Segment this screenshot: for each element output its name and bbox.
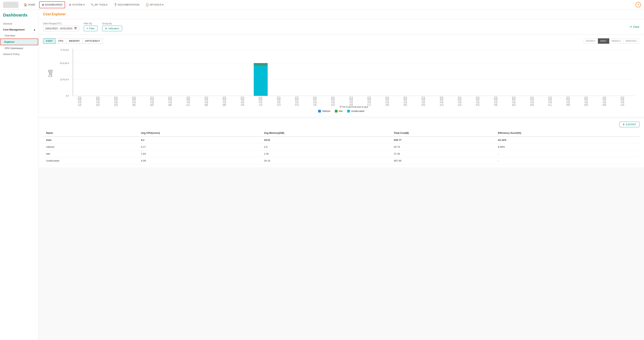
legend-idle: Idle: [335, 110, 343, 113]
filter-by-group: Filter By ≡ Filter: [84, 22, 98, 31]
chart-tab-group: COST CPU MEMORY EFFICIENCY: [43, 38, 103, 44]
download-icon: ⬇: [623, 123, 625, 126]
sidebar-cost-management-header[interactable]: Cost Management ▴: [0, 27, 38, 33]
refresh-icon: ↺: [630, 25, 632, 28]
table-row: Utilized0.172.920.758.98%: [43, 144, 640, 151]
page-title: Cost Explorer: [43, 12, 640, 16]
chevron-down-icon: ▾: [83, 3, 85, 6]
svg-text:11-10-2023: 11-10-2023: [258, 97, 263, 106]
date-range-label: Date Range(UTC): [43, 22, 79, 25]
svg-text:18-10-2023: 18-10-2023: [385, 97, 390, 106]
col-cpu: Avg CPU(cores): [138, 130, 261, 137]
group-by-label: Group By: [102, 22, 122, 25]
cost-chart: 0 250 500 750 Cost($): [43, 47, 640, 108]
gear-icon: ⚙: [69, 3, 72, 6]
table-body: total6.139.51535.7743.14%Utilized0.172.9…: [43, 137, 640, 164]
svg-text:03-10-2023: 03-10-2023: [114, 97, 118, 106]
date-range-value: 10/01/2023 - 10/31/2023: [45, 27, 72, 30]
bar-idle: [254, 64, 268, 66]
chart-tabs-row: COST CPU MEMORY EFFICIENCY HOURLY DAILY …: [43, 38, 640, 44]
sidebar-item-network-policy[interactable]: Network Policy: [0, 51, 38, 57]
group-by-button[interactable]: ⊕ Utilization: [102, 26, 122, 31]
col-efficiency: Efficiency Score(%): [495, 130, 640, 137]
export-row: ⬇ EXPORT: [43, 122, 640, 127]
nav-home[interactable]: 🏠 HOME: [22, 2, 38, 8]
filter-by-label: Filter By: [84, 22, 98, 25]
sidebar-item-overview[interactable]: Overview: [0, 33, 38, 38]
nav-dashboards[interactable]: ⊞ DASHBOARDS: [39, 1, 65, 8]
tab-cost[interactable]: COST: [43, 38, 56, 44]
date-range-input[interactable]: 10/01/2023 - 10/31/2023 📅: [43, 26, 79, 31]
idle-color: [335, 110, 338, 113]
cost-table: Name Avg CPU(cores) Avg Memory(GB) Total…: [43, 130, 640, 164]
home-icon: 🏠: [24, 3, 27, 6]
nav-apidocs[interactable]: 📋 API DOCS ▾: [143, 2, 166, 8]
tab-efficiency[interactable]: EFFICIENCY: [83, 38, 103, 44]
svg-text:06-10-2023: 06-10-2023: [168, 97, 172, 106]
help-button[interactable]: ?: [636, 2, 641, 7]
svg-text:28-10-2023: 28-10-2023: [566, 97, 571, 106]
filter-icon: ≡: [86, 27, 88, 30]
svg-text:15-10-2023: 15-10-2023: [330, 97, 336, 106]
sidebar-item-explorer[interactable]: Explorer: [0, 38, 38, 45]
tab-hourly[interactable]: HOURLY: [584, 38, 598, 44]
tab-monthly[interactable]: MONTHLY: [624, 38, 640, 44]
svg-text:24-10-2023: 24-10-2023: [493, 97, 498, 106]
svg-text:10-10-2023: 10-10-2023: [240, 97, 245, 106]
calendar-icon: 📅: [74, 27, 77, 30]
unallocated-color: [347, 110, 350, 113]
svg-text:31-10-2023: 31-10-2023: [620, 97, 625, 106]
sidebar: Dashboards General Cost Management ▴ Ove…: [0, 9, 38, 340]
filters-bar: Date Range(UTC) 10/01/2023 - 10/31/2023 …: [38, 19, 644, 34]
chart-container: 0 250 500 750 Cost($): [43, 47, 640, 108]
legend-unallocated-label: Unallocated: [351, 110, 364, 113]
tab-daily[interactable]: DAILY: [598, 38, 609, 44]
nav-mytools[interactable]: 🔧 MY TOOLS: [88, 2, 110, 8]
col-name: Name: [43, 130, 138, 137]
sidebar-item-opa-gatekeeper[interactable]: OPA Gatekeeper: [0, 45, 38, 51]
svg-text:Timestamp: Timestamp: [339, 105, 368, 108]
legend-utilized: Utilized: [318, 110, 330, 113]
tab-weekly[interactable]: WEEKLY: [609, 38, 624, 44]
top-nav: 🏠 HOME ⊞ DASHBOARDS ⚙ SYSTEM ▾ 🔧 MY TOOL…: [0, 0, 644, 9]
group-by-group: Group By ⊕ Utilization: [102, 22, 122, 31]
nav-system[interactable]: ⚙ SYSTEM ▾: [67, 2, 87, 8]
legend-unallocated: Unallocated: [347, 110, 364, 113]
svg-text:19-10-2023: 19-10-2023: [403, 97, 408, 106]
svg-text:12-10-2023: 12-10-2023: [276, 97, 281, 106]
table-header: Name Avg CPU(cores) Avg Memory(GB) Total…: [43, 130, 640, 137]
clear-button[interactable]: ↺ Clear: [630, 25, 640, 28]
utilized-color: [318, 110, 321, 113]
svg-text:14-10-2023: 14-10-2023: [312, 97, 318, 106]
filter-button[interactable]: ≡ Filter: [84, 26, 98, 31]
nav-documentation[interactable]: ❓ DOCUMENTATION: [111, 2, 142, 8]
svg-text:29-10-2023: 29-10-2023: [584, 97, 589, 106]
logo: [3, 2, 18, 8]
page-header: Cost Explorer: [38, 9, 644, 19]
date-range-group: Date Range(UTC) 10/01/2023 - 10/31/2023 …: [43, 22, 79, 31]
group-icon: ⊕: [105, 27, 107, 30]
tab-cpu[interactable]: CPU: [56, 38, 66, 44]
svg-text:30-10-2023: 30-10-2023: [602, 97, 607, 106]
col-memory: Avg Memory(GB): [261, 130, 391, 137]
svg-text:250: 250: [60, 78, 69, 81]
bar-unallocated: [254, 66, 268, 96]
svg-text:25-10-2023: 25-10-2023: [512, 97, 516, 106]
table-section: ⬇ EXPORT Name Avg CPU(cores) Avg Memory(…: [38, 119, 644, 167]
svg-text:08-10-2023: 08-10-2023: [204, 97, 209, 106]
chevron-down-icon: ▾: [162, 3, 164, 6]
tab-memory[interactable]: MEMORY: [66, 38, 83, 44]
dashboards-icon: ⊞: [42, 3, 44, 6]
svg-text:20-10-2023: 20-10-2023: [421, 97, 426, 106]
svg-text:17-10-2023: 17-10-2023: [367, 97, 372, 106]
table-row: total6.139.51535.7743.14%: [43, 137, 640, 144]
svg-text:16-10-2023: 16-10-2023: [349, 97, 354, 106]
svg-text:01-10-2023: 01-10-2023: [77, 97, 82, 106]
svg-text:26-10-2023: 26-10-2023: [530, 97, 534, 106]
svg-text:04-10-2023: 04-10-2023: [132, 97, 136, 106]
sidebar-item-general[interactable]: General: [0, 21, 38, 27]
svg-text:13-10-2023: 13-10-2023: [294, 97, 299, 106]
export-button[interactable]: ⬇ EXPORT: [620, 122, 640, 127]
svg-text:05-10-2023: 05-10-2023: [150, 97, 154, 106]
time-tab-group: HOURLY DAILY WEEKLY MONTHLY: [584, 38, 640, 44]
